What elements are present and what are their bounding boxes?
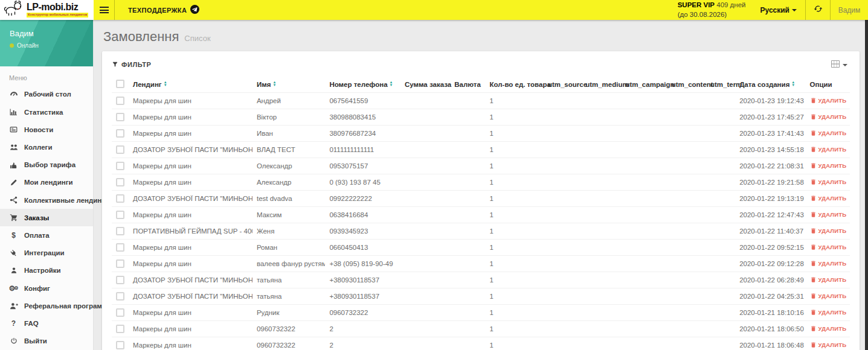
delete-button[interactable]: УДАЛИТЬ [810, 113, 847, 120]
cell-name: Александр [252, 174, 325, 191]
select-all-checkbox[interactable] [116, 80, 124, 88]
cell-quantity: 1 [485, 337, 543, 350]
row-checkbox[interactable] [116, 308, 124, 317]
topbar-username[interactable]: Вадим [831, 0, 868, 20]
logo[interactable]: LP-mobi.biz Конструктор мобильных лендин… [0, 0, 94, 20]
sidebar-item-shared-landings[interactable]: Коллективные лендинги [0, 191, 93, 209]
sidebar-item-news[interactable]: Новости [0, 121, 93, 138]
sort-icon[interactable]: ▲▼ [791, 81, 795, 87]
column-label: Лендинг [133, 80, 162, 88]
column-header-name[interactable]: Имя▲▼ [252, 77, 325, 93]
delete-button[interactable]: УДАЛИТЬ [810, 228, 847, 234]
sidebar-item-settings[interactable]: Настройки [0, 262, 93, 279]
sidebar-item-statistics[interactable]: Статистика [0, 103, 93, 121]
cell-currency [450, 223, 485, 240]
main-content: Замовлення Список ФИЛЬТР [94, 20, 868, 350]
scrollbar[interactable] [865, 20, 868, 350]
delete-button[interactable]: УДАЛИТЬ [810, 162, 847, 169]
cell-order-sum [400, 256, 450, 272]
delete-button[interactable]: УДАЛИТЬ [810, 195, 847, 202]
cell-quantity: 1 [485, 288, 543, 305]
cell-quantity: 1 [485, 174, 543, 191]
sidebar-item-dashboard[interactable]: Рабочий стол [0, 86, 93, 103]
support-button[interactable]: ТЕХПОДДЕРЖКА [115, 0, 213, 20]
column-header-created[interactable]: Дата создания▲▼ [735, 77, 805, 93]
sidebar-item-faq[interactable]: ? FAQ [0, 315, 93, 332]
delete-button[interactable]: УДАЛИТЬ [810, 211, 847, 218]
delete-button[interactable]: УДАЛИТЬ [810, 146, 847, 153]
row-checkbox[interactable] [116, 243, 124, 252]
cell-name: 0960732322 [252, 337, 325, 350]
row-checkbox[interactable] [116, 194, 124, 203]
cell-name: test dvadva [252, 191, 325, 207]
cell-landing: Маркеры для шин [129, 174, 252, 191]
cell-order-sum [400, 305, 450, 321]
row-checkbox[interactable] [116, 259, 124, 268]
cell-name: татьяна [252, 272, 325, 288]
refresh-button[interactable] [806, 0, 830, 20]
sidebar-item-my-landings[interactable]: Мои лендинги [0, 174, 93, 191]
colleagues-icon [9, 143, 18, 151]
cell-utm-medium [581, 174, 621, 191]
column-header-order-sum: Сумма заказа [400, 77, 450, 93]
row-checkbox[interactable] [116, 162, 124, 170]
language-selector[interactable]: Русский [752, 0, 806, 20]
column-settings-button[interactable] [831, 59, 850, 70]
table-row: Маркеры для шин0960732322212020-01-21 18… [112, 321, 850, 337]
delete-button[interactable]: УДАЛИТЬ [810, 130, 847, 136]
column-header-phone[interactable]: Номер телефона▲▼ [325, 77, 400, 93]
delete-button[interactable]: УДАЛИТЬ [810, 179, 847, 185]
chevron-down-icon [792, 9, 797, 11]
row-checkbox[interactable] [116, 292, 124, 301]
delete-button[interactable]: УДАЛИТЬ [810, 342, 847, 348]
column-header-landing[interactable]: Лендинг▲▼ [129, 77, 252, 93]
refresh-icon [814, 4, 823, 16]
cell-created: 2020-01-23 17:41:43 [735, 126, 805, 142]
delete-button[interactable]: УДАЛИТЬ [810, 97, 847, 104]
row-checkbox[interactable] [116, 178, 124, 186]
row-checkbox[interactable] [116, 341, 124, 349]
cell-utm-term [706, 321, 735, 337]
delete-label: УДАЛИТЬ [818, 325, 847, 332]
sidebar-item-orders[interactable]: Заказы [0, 209, 93, 226]
delete-button[interactable]: УДАЛИТЬ [810, 260, 847, 267]
cell-quantity: 1 [485, 142, 543, 158]
sort-icon[interactable]: ▲▼ [390, 81, 393, 87]
cell-quantity: 1 [485, 109, 543, 126]
delete-button[interactable]: УДАЛИТЬ [810, 293, 847, 299]
sidebar-user-status: Онлайн [17, 42, 39, 49]
row-checkbox[interactable] [116, 113, 124, 121]
delete-button[interactable]: УДАЛИТЬ [810, 244, 847, 250]
row-checkbox[interactable] [116, 97, 124, 105]
sidebar-item-tariff[interactable]: Выбор тарифа [0, 156, 93, 174]
hamburger-menu-button[interactable] [94, 0, 114, 20]
sidebar-item-integrations[interactable]: Интеграции [0, 244, 93, 262]
cell-currency [450, 207, 485, 223]
row-checkbox[interactable] [116, 211, 124, 219]
delete-button[interactable]: УДАЛИТЬ [810, 325, 847, 332]
column-header-utm-content: utm_content [667, 77, 706, 93]
sidebar-item-payment[interactable]: $ Оплата [0, 226, 93, 244]
cell-name: Олександр [252, 158, 325, 174]
sidebar-item-colleagues[interactable]: Коллеги [0, 138, 93, 156]
sort-icon[interactable]: ▲▼ [164, 81, 167, 87]
cell-utm-campaign [621, 337, 667, 350]
cell-utm-medium [581, 207, 621, 223]
sidebar-item-config[interactable]: ⚙⚙ Конфиг [0, 279, 93, 297]
cell-utm-medium [581, 191, 621, 207]
trash-icon [810, 228, 817, 234]
cell-currency [450, 126, 485, 142]
sidebar-item-referral[interactable]: Реферальная программа [0, 297, 93, 314]
delete-button[interactable]: УДАЛИТЬ [810, 309, 847, 316]
delete-button[interactable]: УДАЛИТЬ [810, 276, 847, 283]
row-checkbox[interactable] [116, 145, 124, 154]
row-checkbox[interactable] [116, 129, 124, 138]
sort-icon[interactable]: ▲▼ [272, 81, 276, 87]
cell-utm-campaign [621, 142, 667, 158]
sidebar-item-logout[interactable]: Выйти [0, 332, 93, 350]
row-checkbox[interactable] [116, 276, 124, 284]
row-checkbox[interactable] [116, 227, 124, 235]
filter-button[interactable]: ФИЛЬТР [112, 61, 151, 69]
row-checkbox[interactable] [116, 325, 124, 333]
cell-created: 2020-01-22 19:13:19 [735, 191, 805, 207]
